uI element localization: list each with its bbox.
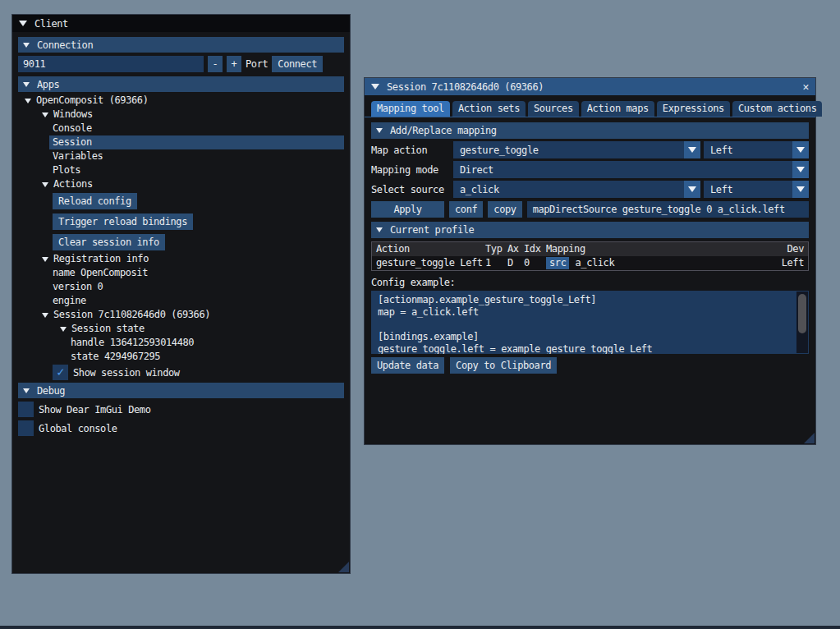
config-line: gesture_toggle.left = example_gesture_to… — [378, 343, 789, 354]
tree-item-label: Registration info — [53, 252, 149, 266]
mapping-mode-row: Mapping mode Direct — [371, 161, 809, 178]
tab-custom-actions[interactable]: Custom actions — [732, 101, 823, 117]
tab-action-sets[interactable]: Action sets — [452, 101, 526, 117]
checkbox-checked[interactable]: ✓ — [53, 365, 68, 380]
tree-open-arrow-icon — [60, 327, 67, 332]
tree-item-registration-info[interactable]: Registration info — [18, 252, 344, 266]
connection-header-label: Connection — [37, 39, 93, 51]
select-source-side-combo[interactable]: Left — [704, 181, 809, 198]
session-titlebar[interactable]: Session 7c11082646d0 (69366) ✕ — [365, 78, 815, 95]
connection-header[interactable]: Connection — [18, 37, 344, 53]
collapse-arrow-icon — [19, 21, 27, 26]
port-input[interactable] — [18, 56, 204, 72]
map-action-combo[interactable]: gesture_toggle — [453, 141, 700, 158]
current-profile-label: Current profile — [390, 224, 474, 236]
config-buttons-row: Update data Copy to Clipboard — [371, 357, 809, 374]
col-mapping: Mapping — [546, 242, 787, 256]
tree-item-console[interactable]: Console — [18, 122, 344, 135]
tree-item-actions[interactable]: Actions — [18, 177, 344, 191]
select-source-label: Select source — [371, 184, 450, 195]
tree-item-session-state[interactable]: Session state — [18, 322, 344, 336]
table-row[interactable]: gesture_toggle Left 1 D 0 src a_click Le… — [372, 256, 808, 270]
chevron-down-icon — [792, 141, 809, 158]
config-example-textbox[interactable]: [actionmap.example_gesture_toggle_Left] … — [371, 291, 809, 354]
tree-item-label: OpenComposit (69366) — [36, 94, 149, 108]
checkbox-unchecked[interactable] — [18, 420, 34, 436]
checkbox-unchecked[interactable] — [18, 402, 34, 417]
port-label: Port — [246, 58, 268, 70]
tab-action-maps[interactable]: Action maps — [581, 101, 654, 117]
map-action-side-combo[interactable]: Left — [704, 141, 809, 158]
tab-expressions[interactable]: Expressions — [657, 101, 730, 117]
apps-header[interactable]: Apps — [18, 76, 344, 92]
session-handle: handle 136412593014480 — [18, 336, 344, 350]
collapse-arrow-icon — [376, 227, 383, 232]
close-icon[interactable]: ✕ — [803, 80, 809, 93]
cell-ax: D — [507, 256, 524, 270]
apps-header-label: Apps — [37, 79, 59, 90]
registration-engine: engine — [18, 294, 344, 308]
clear-session-info-button[interactable]: Clear session info — [53, 234, 165, 250]
map-action-row: Map action gesture_toggle Left — [371, 141, 809, 158]
collapse-arrow-icon — [376, 128, 383, 133]
client-titlebar[interactable]: Client — [12, 15, 350, 32]
show-session-window-checkbox[interactable]: ✓ Show session window — [53, 365, 344, 380]
tree-item-session-node[interactable]: Session 7c11082646d0 (69366) — [18, 308, 344, 322]
update-data-button[interactable]: Update data — [371, 357, 444, 374]
registration-name: name OpenComposit — [18, 266, 344, 280]
reload-config-button[interactable]: Reload config — [53, 193, 137, 209]
select-source-side-value: Left — [710, 184, 732, 195]
tree-open-arrow-icon — [42, 182, 48, 187]
tree-item-label: Session state — [71, 322, 145, 336]
client-window-title: Client — [34, 18, 68, 30]
command-preview-field[interactable]: mapDirectSource gesture_toggle 0 a_click… — [527, 201, 809, 218]
debug-header[interactable]: Debug — [18, 383, 344, 398]
tree-item-session-selected[interactable]: Session — [49, 135, 344, 149]
cell-typ: 1 — [485, 256, 507, 270]
debug-header-label: Debug — [37, 385, 65, 397]
current-profile-header[interactable]: Current profile — [371, 222, 809, 238]
copy-button[interactable]: copy — [488, 201, 521, 218]
tree-item-variables[interactable]: Variables — [18, 149, 344, 163]
resize-grip[interactable] — [804, 433, 815, 443]
map-action-label: Map action — [371, 145, 450, 156]
tree-item-windows[interactable]: Windows — [18, 108, 344, 122]
col-ax: Ax — [507, 242, 524, 256]
copy-to-clipboard-button[interactable]: Copy to Clipboard — [450, 357, 557, 374]
config-scrollbar[interactable] — [796, 292, 808, 353]
tree-open-arrow-icon — [42, 257, 48, 262]
show-imgui-demo-checkbox[interactable]: Show Dear ImGui Demo — [18, 402, 344, 417]
apply-button[interactable]: Apply — [371, 201, 444, 218]
collapse-arrow-icon — [371, 84, 379, 90]
port-decrement-button[interactable]: - — [208, 56, 223, 72]
tree-open-arrow-icon — [42, 112, 48, 117]
map-action-value: gesture_toggle — [460, 145, 539, 156]
connect-button[interactable]: Connect — [272, 56, 323, 72]
chevron-down-icon — [792, 161, 809, 178]
resize-grip[interactable] — [338, 562, 349, 572]
add-replace-mapping-header[interactable]: Add/Replace mapping — [371, 122, 809, 139]
col-action: Action — [376, 242, 485, 256]
conf-button[interactable]: conf — [449, 201, 483, 218]
tab-mapping-tool[interactable]: Mapping tool — [371, 101, 450, 117]
tab-sources[interactable]: Sources — [528, 101, 579, 117]
tree-item-opencomposit[interactable]: OpenComposit (69366) — [18, 94, 344, 108]
mapping-mode-combo[interactable]: Direct — [453, 161, 809, 178]
check-icon: ✓ — [57, 366, 64, 379]
src-badge[interactable]: src — [546, 257, 569, 269]
registration-name-label: name OpenComposit — [53, 266, 148, 280]
trigger-reload-bindings-button[interactable]: Trigger reload bindings — [53, 213, 193, 230]
collapse-arrow-icon — [23, 82, 30, 87]
tree-item-plots[interactable]: Plots — [18, 163, 344, 177]
config-scrollbar-thumb[interactable] — [798, 294, 806, 333]
session-state-value: state 4294967295 — [18, 350, 344, 364]
profile-table: Action Typ Ax Idx Mapping Dev gesture_to… — [371, 241, 809, 271]
config-line: [actionmap.example_gesture_toggle_Left] — [378, 294, 789, 306]
session-state-label: state 4294967295 — [71, 350, 160, 364]
port-increment-button[interactable]: + — [227, 56, 241, 72]
col-idx: Idx — [524, 242, 546, 256]
select-source-combo[interactable]: a_click — [453, 181, 700, 198]
apps-tree: OpenComposit (69366) Windows Console Ses… — [18, 94, 344, 380]
registration-engine-label: engine — [53, 294, 86, 308]
global-console-checkbox[interactable]: Global console — [18, 420, 344, 436]
